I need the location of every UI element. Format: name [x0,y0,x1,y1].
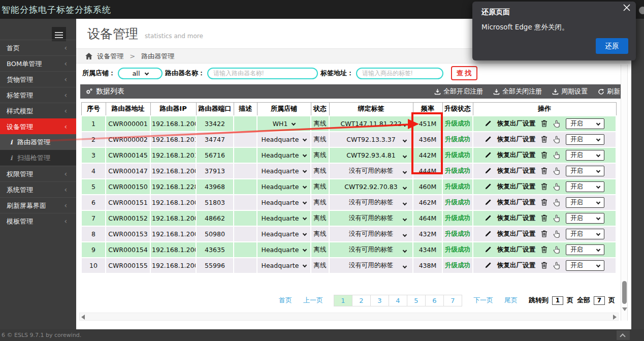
sidebar-item-6[interactable]: i路由器管理 [0,134,76,150]
factory-reset-link[interactable]: 恢复出厂设置 [497,151,535,160]
power-state-select[interactable]: 开启 [566,260,604,271]
hand-pointer-icon[interactable] [553,262,560,269]
avatar[interactable] [639,7,644,14]
sidebar-item-3[interactable]: 标签管理‹ [0,87,76,103]
power-state-select[interactable]: 开启 [566,150,604,161]
factory-reset-link[interactable]: 恢复出厂设置 [497,198,535,207]
trash-icon[interactable] [541,246,548,253]
cell-tag-select[interactable]: 没有可用的标签 [329,226,413,242]
power-state-select[interactable]: 开启 [566,134,604,145]
pagination-last[interactable]: 尾页 [504,296,518,305]
trash-icon[interactable] [541,262,548,269]
power-state-select[interactable]: 开启 [566,197,604,208]
refresh-button[interactable]: 刷新 [598,87,620,96]
factory-reset-link[interactable]: 恢复出厂设置 [497,214,535,223]
factory-reset-link[interactable]: 恢复出厂设置 [497,182,535,191]
trash-icon[interactable] [541,151,548,159]
pagination-first[interactable]: 首页 [279,296,292,305]
hand-pointer-icon[interactable] [553,199,560,206]
edit-pencil-icon[interactable] [485,151,492,159]
power-state-select[interactable]: 开启 [566,229,604,239]
period-setting-button[interactable]: 周期设置 [552,87,588,96]
power-state-select[interactable]: 开启 [566,118,604,129]
trash-icon[interactable] [541,136,548,143]
scroll-left-icon[interactable] [81,315,85,320]
cell-tag-select[interactable]: CWT147.11.81.222 [329,116,413,132]
hand-pointer-icon[interactable] [553,183,560,191]
sidebar-item-2[interactable]: 货物管理‹ [0,71,76,87]
pagination-next[interactable]: 下一页 [473,296,493,305]
trash-icon[interactable] [541,120,548,127]
factory-reset-link[interactable]: 恢复出厂设置 [497,135,535,144]
sidebar-item-0[interactable]: 首页‹ [0,40,76,55]
edit-pencil-icon[interactable] [485,214,492,222]
cell-tag-select[interactable]: 没有可用的标签 [329,242,413,258]
hand-pointer-icon[interactable] [553,151,560,159]
edit-pencil-icon[interactable] [485,183,492,190]
cell-shop-select[interactable]: Headquarte [257,226,311,242]
horizontal-scrollbar[interactable] [79,313,619,321]
cell-shop-select[interactable]: WH1 [257,116,311,132]
sidebar-item-11[interactable]: 模板管理‹ [0,213,76,229]
cell-shop-select[interactable]: Headquarte [257,163,311,179]
breadcrumb-item-router[interactable]: 路由器管理 [141,52,174,60]
cell-shop-select[interactable]: Headquarte [257,258,311,273]
factory-reset-link[interactable]: 恢复出厂设置 [497,245,535,254]
breadcrumb-item-device[interactable]: 设备管理 [97,52,123,60]
cell-tag-select[interactable]: CWT92.92.70.83 [329,179,413,195]
page-button-6[interactable]: 6 [425,295,444,306]
jump-page-input[interactable]: 1 [552,296,563,305]
cell-shop-select[interactable]: Headquarte [257,147,311,163]
sidebar-item-7[interactable]: i扫描枪管理 [0,150,76,166]
vertical-scrollbar[interactable] [621,65,628,321]
cell-shop-select[interactable]: Headquarte [257,179,311,195]
back-to-top-button[interactable] [617,330,630,340]
cell-shop-select[interactable]: Headquarte [257,210,311,226]
sidebar-item-8[interactable]: 权限管理‹ [0,166,76,181]
page-button-3[interactable]: 3 [370,295,389,306]
power-state-select[interactable]: 开启 [566,244,604,255]
edit-pencil-icon[interactable] [485,262,492,269]
trash-icon[interactable] [541,167,548,174]
hand-pointer-icon[interactable] [553,120,560,128]
hand-pointer-icon[interactable] [553,246,560,254]
shop-select[interactable]: all [118,68,163,79]
factory-reset-link[interactable]: 恢复出厂设置 [497,261,535,270]
power-state-select[interactable]: 开启 [566,181,604,192]
factory-reset-link[interactable]: 恢复出厂设置 [497,119,535,128]
trash-icon[interactable] [541,214,548,222]
edit-pencil-icon[interactable] [485,199,492,206]
search-button[interactable]: 查 找 [451,66,477,80]
edit-pencil-icon[interactable] [485,230,492,237]
cell-tag-select[interactable]: 没有可用的标签 [329,163,413,179]
hand-pointer-icon[interactable] [553,167,560,175]
sidebar-item-1[interactable]: BOM单管理‹ [0,55,76,71]
scrollbar-thumb[interactable] [622,281,627,304]
cell-tag-select[interactable]: 没有可用的标签 [329,195,413,210]
page-button-5[interactable]: 5 [407,295,426,306]
scroll-down-icon[interactable] [622,307,627,311]
cell-shop-select[interactable]: Headquarte [257,195,311,210]
sidebar-item-9[interactable]: 系统管理‹ [0,181,76,197]
cell-tag-select[interactable]: CWT92.93.4.81 [329,147,413,163]
sidebar-item-10[interactable]: 刷新屏幕界面‹ [0,197,76,213]
factory-reset-link[interactable]: 恢复出厂设置 [497,230,535,238]
edit-pencil-icon[interactable] [485,167,492,174]
tag-address-input[interactable] [356,68,443,79]
cell-tag-select[interactable]: 没有可用的标签 [329,210,413,226]
hand-pointer-icon[interactable] [553,214,560,222]
cell-tag-select[interactable]: 没有可用的标签 [329,258,413,273]
trash-icon[interactable] [541,199,548,206]
power-state-select[interactable]: 开启 [566,166,604,176]
edit-pencil-icon[interactable] [485,246,492,253]
cell-shop-select[interactable]: Headquarte [257,242,311,258]
sidebar-item-5[interactable]: 设备管理‹ [0,118,76,134]
sidebar-item-4[interactable]: 样式模型‹ [0,103,76,118]
power-state-select[interactable]: 开启 [566,213,604,224]
hand-pointer-icon[interactable] [553,230,560,238]
edit-pencil-icon[interactable] [485,120,492,127]
open-all-register-button[interactable]: 全部开启注册 [434,87,483,96]
cell-tag-select[interactable]: CWT92.13.3.37 [329,132,413,147]
page-button-2[interactable]: 2 [352,295,371,306]
pagination-prev[interactable]: 上一页 [303,296,323,305]
